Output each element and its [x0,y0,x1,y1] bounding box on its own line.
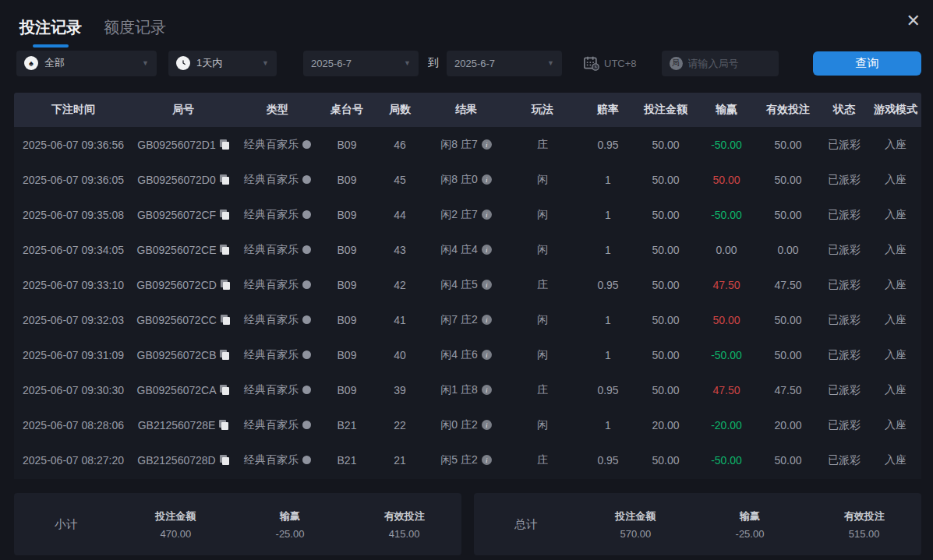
info-icon[interactable]: i [482,385,492,395]
info-icon[interactable]: i [482,350,492,360]
table-row: 2025-06-07 09:34:05 GB09256072CE 经典百家乐 B… [14,232,921,267]
table-row: 2025-06-07 09:31:09 GB09256072CB 经典百家乐 B… [14,337,921,372]
replay-dot-icon[interactable] [302,421,311,429]
subtotal-stats: 投注金额 470.00 输赢 -25.00 有效投注 415.00 [118,509,461,540]
cell-table-no: B09 [321,349,373,361]
info-icon[interactable]: i [482,280,492,290]
total-title: 总计 [474,517,578,532]
cell-bet-time: 2025-06-07 09:34:05 [14,244,133,256]
cell-game-type: 经典百家乐 [234,418,321,432]
info-icon[interactable]: i [482,245,492,255]
replay-dot-icon[interactable] [302,245,311,254]
copy-icon[interactable] [220,385,229,395]
cell-bet-time: 2025-06-07 08:28:06 [14,419,133,431]
cell-amount: 50.00 [636,349,695,361]
time-range-dropdown[interactable]: 1天内 ▼ [168,51,277,76]
info-icon[interactable]: i [482,315,492,325]
column-header: 结果 [427,103,505,117]
round-search-input[interactable] [688,58,771,69]
cell-amount: 50.00 [636,244,695,256]
cell-game-no: GB09256072D1 [133,139,234,151]
close-icon[interactable]: ✕ [903,9,924,33]
tab-bet-records[interactable]: 投注记录 [19,17,82,48]
cell-win-loss: 50.00 [695,174,758,186]
cell-odds: 0.95 [580,279,636,291]
replay-dot-icon[interactable] [302,315,311,324]
copy-icon[interactable] [220,139,229,150]
cell-valid-bet: 50.00 [758,454,818,467]
cell-win-loss: 47.50 [695,279,758,291]
subtotal-title: 小计 [14,517,118,532]
copy-icon[interactable] [220,245,229,255]
cell-win-loss: -50.00 [695,349,758,361]
cell-bet-time: 2025-06-07 09:33:10 [14,279,133,291]
total-panel: 总计 投注金额 570.00 输赢 -25.00 有效投注 515.00 [474,493,921,555]
replay-dot-icon[interactable] [302,210,311,219]
round-search-field[interactable]: 局 [662,51,779,76]
copy-icon[interactable] [219,420,228,430]
tab-quota-records[interactable]: 额度记录 [104,17,166,48]
cell-game-mode: 入座 [870,278,921,292]
cell-status: 已派彩 [818,453,870,467]
cell-round: 46 [373,139,427,151]
cell-table-no: B09 [321,244,373,256]
replay-dot-icon[interactable] [302,175,311,184]
timezone-selector[interactable]: UTC+8 [583,55,637,71]
column-header: 玩法 [505,103,580,117]
total-stats: 投注金额 570.00 输赢 -25.00 有效投注 515.00 [578,509,921,540]
cell-result: 闲4 庄6 i [427,348,505,362]
chevron-down-icon: ▼ [256,59,269,67]
table-row: 2025-06-07 08:27:20 GB212560728D 经典百家乐 B… [14,442,921,477]
copy-icon[interactable] [220,210,229,220]
game-type-dropdown[interactable]: ♠ 全部 ▼ [16,51,157,76]
cell-round: 22 [373,419,427,431]
info-icon[interactable]: i [482,210,492,220]
cell-status: 已派彩 [818,348,870,362]
info-icon[interactable]: i [482,139,492,150]
info-icon[interactable]: i [482,420,492,430]
cell-play: 闲 [505,348,580,362]
cell-win-loss: -50.00 [695,454,758,467]
cell-bet-time: 2025-06-07 09:35:08 [14,209,133,221]
column-header: 桌台号 [321,103,373,117]
summary-stat: 输赢 -25.00 [233,509,348,540]
cell-table-no: B21 [321,454,373,467]
cell-play: 庄 [505,453,580,467]
replay-dot-icon[interactable] [302,386,311,394]
date-from-picker[interactable]: 2025-6-7 ▼ [303,51,419,76]
replay-dot-icon[interactable] [302,350,311,359]
query-button[interactable]: 查询 [813,51,921,76]
table-row: 2025-06-07 09:35:08 GB09256072CF 经典百家乐 B… [14,197,921,232]
cell-status: 已派彩 [818,243,870,257]
copy-icon[interactable] [221,315,230,325]
date-to-picker[interactable]: 2025-6-7 ▼ [447,51,562,76]
cell-amount: 50.00 [636,209,695,221]
copy-icon[interactable] [220,350,229,360]
cell-game-type: 经典百家乐 [234,313,321,327]
tabbar: 投注记录 额度记录 [0,0,933,48]
clock-icon [176,56,190,70]
copy-icon[interactable] [220,174,229,185]
cell-play: 闲 [505,173,580,187]
cell-win-loss: 47.50 [695,384,758,396]
cell-game-mode: 入座 [870,313,921,327]
chevron-down-icon: ▼ [541,59,554,67]
cell-round: 40 [373,349,427,361]
copy-icon[interactable] [221,280,230,290]
calendar-clock-icon [583,55,600,71]
cell-table-no: B09 [321,384,373,396]
copy-icon[interactable] [220,455,229,465]
cell-play: 闲 [505,243,580,257]
bet-records-table: 下注时间局号类型桌台号局数结果玩法赔率投注金额输赢有效投注状态游戏模式 2025… [14,93,921,479]
info-icon[interactable]: i [482,174,492,185]
replay-dot-icon[interactable] [302,280,311,289]
table-header: 下注时间局号类型桌台号局数结果玩法赔率投注金额输赢有效投注状态游戏模式 [14,93,921,127]
info-icon[interactable]: i [482,455,492,465]
cell-amount: 20.00 [636,419,695,431]
replay-dot-icon[interactable] [302,140,311,149]
cell-play: 庄 [505,138,580,152]
cell-win-loss: -50.00 [695,139,758,151]
cell-game-type: 经典百家乐 [234,138,321,152]
cell-status: 已派彩 [818,418,870,432]
replay-dot-icon[interactable] [302,456,311,464]
